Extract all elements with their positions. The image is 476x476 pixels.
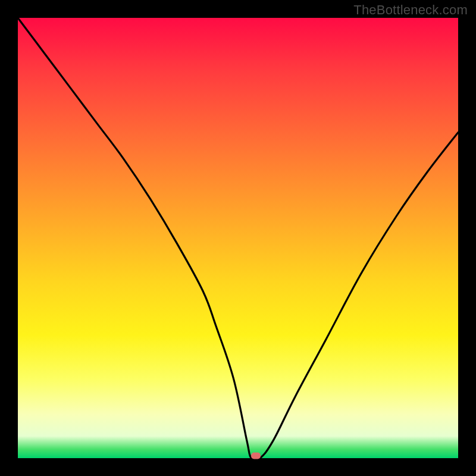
- watermark-text: TheBottleneck.com: [353, 2, 468, 18]
- optimum-marker: [251, 453, 261, 459]
- plot-area: [18, 18, 458, 458]
- bottleneck-curve: [18, 18, 458, 458]
- chart-frame: TheBottleneck.com: [0, 0, 476, 476]
